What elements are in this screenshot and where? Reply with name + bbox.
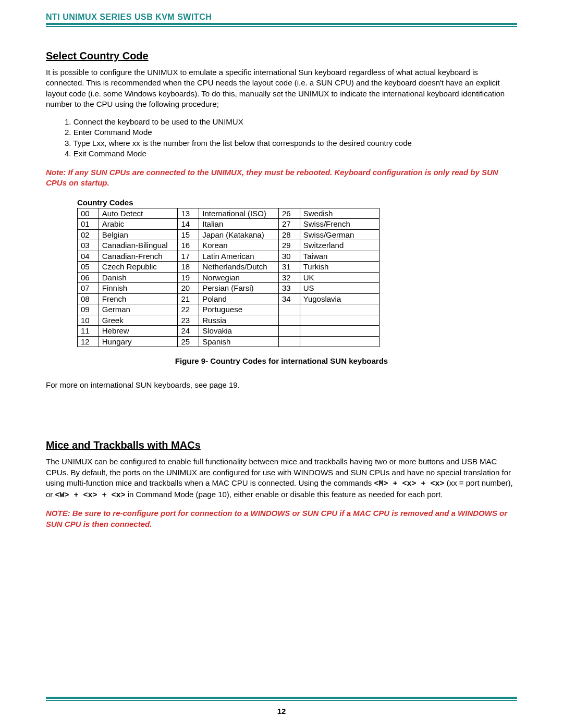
table-cell: Portuguese [199, 304, 279, 315]
table-cell: 04 [78, 251, 99, 262]
country-codes-table: 00Auto Detect13International (ISO)26Swed… [77, 208, 380, 348]
table-cell: 22 [178, 304, 199, 315]
table-row: 02Belgian15Japan (Katakana)28Swiss/Germa… [78, 229, 380, 240]
table-cell [300, 315, 379, 326]
table-cell [278, 304, 300, 315]
table-cell: 13 [178, 208, 199, 219]
table-cell: 23 [178, 315, 199, 326]
table-cell: Swedish [300, 208, 379, 219]
figure-caption: Figure 9- Country Codes for internationa… [46, 356, 517, 365]
table-row: 07Finnish20Persian (Farsi)33US [78, 283, 380, 294]
table-cell: 12 [78, 336, 99, 347]
table-row: 09German22Portuguese [78, 304, 380, 315]
table-cell: 07 [78, 283, 99, 294]
table-cell: Taiwan [300, 251, 379, 262]
section-gap [46, 398, 517, 439]
table-cell: Auto Detect [99, 208, 178, 219]
table-cell [300, 326, 379, 337]
table-cell: UK [300, 272, 379, 283]
table-row: 03Canadian-Bilingual16Korean29Switzerlan… [78, 240, 380, 251]
table-cell: 33 [278, 283, 300, 294]
table-cell: 08 [78, 293, 99, 304]
table-cell: Japan (Katakana) [199, 229, 279, 240]
table-cell: Switzerland [300, 240, 379, 251]
list-item: 1. Connect the keyboard to be used to th… [65, 117, 517, 127]
table-cell: Czech Republic [99, 262, 178, 273]
table-cell: Belgian [99, 229, 178, 240]
table-cell: 15 [178, 229, 199, 240]
table-cell: 03 [78, 240, 99, 251]
list-item: 3. Type Lxx, where xx is the number from… [65, 138, 517, 149]
table-cell: 05 [78, 262, 99, 273]
table-cell: Arabic [99, 219, 178, 230]
table-row: 11Hebrew24Slovakia [78, 326, 380, 337]
table-cell: 16 [178, 240, 199, 251]
table-cell: Canadian-French [99, 251, 178, 262]
table-cell: Finnish [99, 283, 178, 294]
table-cell: 14 [178, 219, 199, 230]
table-row: 01Arabic14Italian27Swiss/French [78, 219, 380, 230]
table-cell: 31 [278, 262, 300, 273]
table-cell: 20 [178, 283, 199, 294]
country-codes-table-wrap: Country Codes 00Auto Detect13Internation… [77, 198, 380, 348]
table-cell [278, 326, 300, 337]
list-item: 2. Enter Command Mode [65, 127, 517, 138]
table-cell: International (ISO) [199, 208, 279, 219]
table-cell: 19 [178, 272, 199, 283]
table-cell: Spanish [199, 336, 279, 347]
table-cell: Korean [199, 240, 279, 251]
intro-paragraph: It is possible to configure the UNIMUX t… [46, 67, 517, 109]
table-cell: Greek [99, 315, 178, 326]
procedure-list: 1. Connect the keyboard to be used to th… [65, 117, 517, 159]
see-also: For more on international SUN keyboards,… [46, 380, 517, 390]
table-cell: Russia [199, 315, 279, 326]
table-cell: French [99, 293, 178, 304]
table-cell: 24 [178, 326, 199, 337]
table-cell: Poland [199, 293, 279, 304]
table-cell: Swiss/French [300, 219, 379, 230]
table-cell: Italian [199, 219, 279, 230]
table-cell: Norwegian [199, 272, 279, 283]
table-cell: 21 [178, 293, 199, 304]
footer-rule [46, 697, 517, 702]
table-cell: 02 [78, 229, 99, 240]
cmd-m: <M> + <x> + <x> [374, 479, 444, 488]
table-cell: 06 [78, 272, 99, 283]
page: NTI UNIMUX SERIES USB KVM SWITCH Select … [0, 0, 563, 728]
table-cell: Swiss/German [300, 229, 379, 240]
table-row: 06Danish19Norwegian32UK [78, 272, 380, 283]
table-cell: 10 [78, 315, 99, 326]
table-cell: 27 [278, 219, 300, 230]
list-item: 4. Exit Command Mode [65, 149, 517, 159]
table-row: 05Czech Republic18Netherlands/Dutch31Tur… [78, 262, 380, 273]
table-row: 04Canadian-French17Latin American30Taiwa… [78, 251, 380, 262]
table-cell: 30 [278, 251, 300, 262]
table-cell: 18 [178, 262, 199, 273]
table-row: 10Greek23Russia [78, 315, 380, 326]
cmd-w: <W> + <x> + <x> [55, 491, 126, 500]
table-cell: 32 [278, 272, 300, 283]
section-title-country: Select Country Code [46, 50, 517, 62]
table-cell: 28 [278, 229, 300, 240]
table-cell: 17 [178, 251, 199, 262]
text: in Command Mode (page 10), either enable… [126, 490, 443, 499]
table-cell: Canadian-Bilingual [99, 240, 178, 251]
table-cell: Turkish [300, 262, 379, 273]
header-rule [46, 23, 517, 28]
table-row: 12Hungary25Spanish [78, 336, 380, 347]
table-cell: Yugoslavia [300, 293, 379, 304]
note-reconfigure: NOTE: Be sure to re-configure port for c… [46, 508, 517, 529]
table-cell: Hebrew [99, 326, 178, 337]
table-cell: 09 [78, 304, 99, 315]
table-cell: 25 [178, 336, 199, 347]
table-cell [300, 336, 379, 347]
table-cell: 26 [278, 208, 300, 219]
table-row: 00Auto Detect13International (ISO)26Swed… [78, 208, 380, 219]
mice-paragraph: The UNIMUX can be configured to enable f… [46, 456, 517, 501]
table-cell [300, 304, 379, 315]
table-cell: Hungary [99, 336, 178, 347]
table-cell: 29 [278, 240, 300, 251]
table-cell: Persian (Farsi) [199, 283, 279, 294]
table-cell [278, 315, 300, 326]
content: Select Country Code It is possible to co… [46, 50, 517, 539]
